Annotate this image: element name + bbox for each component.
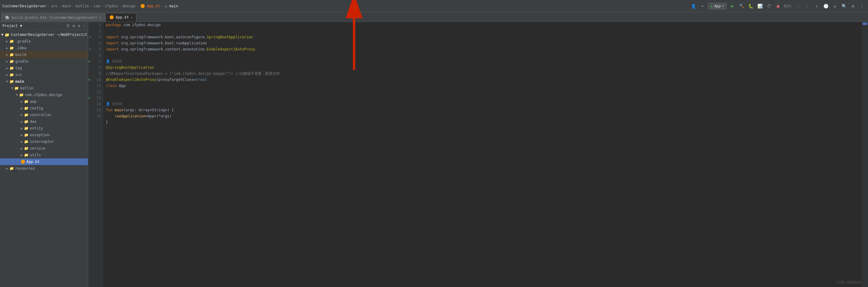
utils-label: utils xyxy=(30,153,41,157)
tab-appkt-close[interactable]: ✕ xyxy=(131,16,132,19)
sidebar-item-controller[interactable]: ▶ 📁 controller xyxy=(0,112,88,118)
sidebar-item-build[interactable]: ▶ 📁 build xyxy=(0,51,88,58)
root-expand-icon: ▼ xyxy=(1,32,3,37)
vcs-icon[interactable]: 👤 xyxy=(690,3,696,9)
folder-expand-icon: ▶ xyxy=(6,39,8,44)
root-folder-icon: 📁 xyxy=(5,32,9,37)
run-gutter-7[interactable]: ▶ xyxy=(89,58,91,64)
run-gutter-13[interactable]: ▶ xyxy=(89,95,91,101)
more-icon[interactable]: ⋮ xyxy=(859,3,866,9)
tab-gradle-close[interactable]: ✕ xyxy=(99,16,101,19)
coverage-icon[interactable]: 📊 xyxy=(756,3,763,9)
watermark: CSDN @相相合欢 xyxy=(836,280,862,285)
sidebar-icon1[interactable]: ☰ xyxy=(66,24,70,28)
sidebar-item-appkt[interactable]: 🟠 App.kt xyxy=(0,159,88,165)
root-label: CustomerDesignServer ~/WebProject/C xyxy=(11,32,88,37)
line-num-11: 11 xyxy=(88,83,103,89)
interceptor-label: interceptor xyxy=(30,140,54,144)
project-dropdown-label[interactable]: Project ▼ xyxy=(2,24,22,28)
line-num-6: 6 xyxy=(88,52,103,58)
sidebar-item-config[interactable]: ▶ 📁 config xyxy=(0,105,88,112)
breadcrumb-main: main xyxy=(62,4,71,8)
sidebar-icon2[interactable]: ⊞ xyxy=(73,24,75,28)
sidebar-item-com[interactable]: ▼ 📁 com.ifpdos.design xyxy=(0,91,88,98)
sidebar-item-dao[interactable]: ▶ 📁 dao xyxy=(0,118,88,125)
git-check2-icon[interactable]: ✓ xyxy=(804,3,811,9)
line-num-4: 4 xyxy=(88,40,103,46)
folder-expand-icon2: ▶ xyxy=(6,46,8,50)
tab-appkt[interactable]: 🟠 App.kt ✕ xyxy=(105,13,136,22)
log-folder-icon: 📁 xyxy=(9,66,14,70)
sidebar-icon4[interactable]: — xyxy=(83,24,85,28)
main-label: main xyxy=(15,79,24,84)
scroll-indicator xyxy=(863,23,867,25)
debug-icon[interactable]: 🐛 xyxy=(747,3,754,9)
config-expand-icon: ▶ xyxy=(21,106,23,110)
sidebar-icon3[interactable]: ⚙ xyxy=(78,24,80,28)
controller-expand-icon: ▶ xyxy=(21,113,23,117)
git-revert-icon[interactable]: ↺ xyxy=(832,3,838,9)
code-user-annotation-2: 👤 黄柏雄 xyxy=(106,101,862,107)
kt-icon: 🟠 xyxy=(110,15,114,20)
resources-folder-icon: 📁 xyxy=(9,166,14,171)
entity-folder-icon: 📁 xyxy=(24,126,29,131)
line-num-5: 5 ⊖ xyxy=(88,46,103,52)
back-icon[interactable]: ⬅ xyxy=(699,3,706,9)
sidebar-item-resources[interactable]: ▶ 📁 resources xyxy=(0,165,88,172)
interceptor-expand-icon: ▶ xyxy=(21,140,23,144)
run-button[interactable]: ▶ xyxy=(729,3,736,9)
dao-expand-icon: ▶ xyxy=(21,119,23,124)
code-line-10: class App xyxy=(106,83,862,89)
line-num-2: 2 xyxy=(88,28,103,34)
search-icon[interactable]: 🔍 xyxy=(841,3,847,9)
sidebar-item-main[interactable]: ▼ 📁 main xyxy=(0,78,88,85)
settings-icon[interactable]: ⚙ xyxy=(850,3,857,9)
sidebar-item-entity[interactable]: ▶ 📁 entity xyxy=(0,125,88,132)
breadcrumb-ifpdos: ifpdos xyxy=(104,4,118,8)
code-line-12 xyxy=(106,95,862,101)
interceptor-folder-icon: 📁 xyxy=(24,140,29,144)
sidebar-item-log[interactable]: ▶ 📁 log xyxy=(0,65,88,71)
exception-label: exception xyxy=(30,133,50,137)
sidebar-item-service[interactable]: ▶ 📁 service xyxy=(0,145,88,152)
build-icon[interactable]: 🔨 xyxy=(738,3,745,9)
exception-folder-icon: 📁 xyxy=(24,133,29,137)
fold-icon-3[interactable]: ⊖ xyxy=(89,34,91,40)
tab-gradle[interactable]: 🐘 build.gradle.kts (CustomerDesignServer… xyxy=(1,13,105,22)
sidebar-item-exception[interactable]: ▶ 📁 exception xyxy=(0,132,88,138)
breadcrumb-src: src xyxy=(51,4,58,8)
log-label: log xyxy=(15,66,22,70)
sidebar-item-src[interactable]: ▶ 📁 src xyxy=(0,71,88,78)
editor-area: 1 2 3 ⊖ 4 5 ⊖ 6 7 ▶ 8 xyxy=(88,22,868,287)
code-line-6 xyxy=(106,52,862,58)
stop-icon[interactable]: ■ xyxy=(775,3,781,9)
git-history-icon[interactable]: 🕐 xyxy=(823,3,829,9)
sidebar-item-idea[interactable]: ▶ 📁 .idea xyxy=(0,45,88,51)
breadcrumb-appkt[interactable]: 🟠 App.kt xyxy=(141,4,160,8)
breadcrumb-design: design xyxy=(122,4,135,8)
git-push-icon[interactable]: ↑ xyxy=(813,3,820,9)
main-expand-icon: ▼ xyxy=(6,79,8,84)
profile-icon[interactable]: ⏱ xyxy=(766,3,772,9)
git-check-icon[interactable]: ✓ xyxy=(795,3,802,9)
sidebar-item-kotlin[interactable]: ▼ 📁 kotlin xyxy=(0,85,88,91)
breadcrumb-com: com xyxy=(93,4,100,8)
tab-gradle-label: build.gradle.kts (CustomerDesignServer) xyxy=(11,16,97,20)
fold-icon-5[interactable]: ⊖ xyxy=(89,46,91,52)
run-gutter-10[interactable]: ▶ xyxy=(89,77,91,83)
code-editor[interactable]: package com.ifpdos.design import org.spr… xyxy=(103,22,862,287)
sidebar-item-utils[interactable]: ▶ 📁 utils xyxy=(0,152,88,159)
resources-expand-icon: ▶ xyxy=(6,166,8,171)
line-num-13: 13 ▶ xyxy=(88,95,103,101)
run-config-selector[interactable]: ▶ App ▼ xyxy=(708,3,727,9)
service-label: service xyxy=(30,146,45,150)
utils-folder-icon: 📁 xyxy=(24,153,29,157)
sidebar-item-root[interactable]: ▼ 📁 CustomerDesignServer ~/WebProject/C xyxy=(0,31,88,38)
sidebar-item-gradle2[interactable]: ▶ 📁 gradle xyxy=(0,58,88,65)
sidebar-item-aop[interactable]: ▶ 📁 aop xyxy=(0,98,88,105)
build-folder-icon: 📁 xyxy=(9,53,14,57)
code-user-annotation-1: 👤 黄柏雄 xyxy=(106,58,862,64)
sidebar-item-interceptor[interactable]: ▶ 📁 interceptor xyxy=(0,138,88,145)
sidebar-item-gradle[interactable]: ▶ 📁 .gradle xyxy=(0,38,88,45)
controller-label: controller xyxy=(30,113,52,117)
